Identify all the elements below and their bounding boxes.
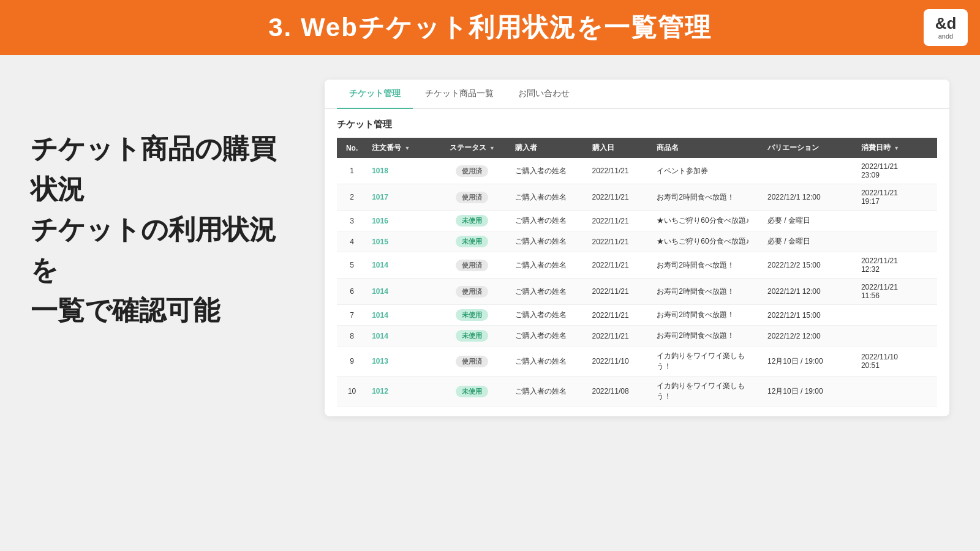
- cell-purchase-date: 2022/11/21: [587, 305, 652, 326]
- table-row: 8 1014 未使用 ご購入者の姓名 2022/11/21 お寿司2時間食べ放題…: [337, 326, 937, 347]
- logo-text: &d: [935, 15, 957, 31]
- cell-order[interactable]: 1018: [367, 158, 434, 184]
- cell-status: 未使用: [434, 305, 510, 326]
- cell-variation: 2022/12/1 12:00: [763, 279, 856, 305]
- cell-consumed: 2022/11/21 12:32: [856, 252, 937, 279]
- cell-status: 未使用: [434, 326, 510, 347]
- col-header-product: 商品名: [652, 138, 763, 158]
- cell-no: 7: [337, 305, 367, 326]
- cell-buyer: ご購入者の姓名: [510, 231, 587, 252]
- cell-order[interactable]: 1012: [367, 377, 434, 407]
- cell-product: お寿司2時間食べ放題！: [652, 184, 763, 211]
- cell-buyer: ご購入者の姓名: [510, 305, 587, 326]
- desc-line1: チケット商品の購買状況: [31, 133, 276, 204]
- status-badge: 未使用: [456, 386, 488, 397]
- table-row: 3 1016 未使用 ご購入者の姓名 2022/11/21 ★いちご狩り60分食…: [337, 211, 937, 231]
- cell-variation: 2022/12/1 15:00: [763, 305, 856, 326]
- cell-consumed: [856, 305, 937, 326]
- table-row: 5 1014 使用済 ご購入者の姓名 2022/11/21 お寿司2時間食べ放題…: [337, 252, 937, 279]
- cell-status: 未使用: [434, 231, 510, 252]
- cell-product: ★いちご狩り60分食べ放題♪: [652, 231, 763, 252]
- col-header-consumed[interactable]: 消費日時 ▼: [856, 138, 937, 158]
- table-row: 1 1018 使用済 ご購入者の姓名 2022/11/21 イベント参加券 20…: [337, 158, 937, 184]
- cell-order[interactable]: 1015: [367, 231, 434, 252]
- order-link[interactable]: 1017: [372, 193, 388, 201]
- status-badge: 未使用: [456, 236, 488, 247]
- cell-purchase-date: 2022/11/21: [587, 184, 652, 211]
- brand-logo: &d andd: [924, 9, 968, 46]
- order-link[interactable]: 1014: [372, 287, 388, 296]
- status-badge: 未使用: [456, 215, 488, 227]
- cell-buyer: ご購入者の姓名: [510, 252, 587, 279]
- cell-no: 10: [337, 377, 367, 407]
- cell-no: 1: [337, 158, 367, 184]
- cell-variation: 12月10日 / 19:00: [763, 377, 856, 407]
- cell-order[interactable]: 1014: [367, 305, 434, 326]
- cell-buyer: ご購入者の姓名: [510, 211, 587, 231]
- cell-purchase-date: 2022/11/21: [587, 252, 652, 279]
- cell-order[interactable]: 1016: [367, 211, 434, 231]
- order-link[interactable]: 1014: [372, 332, 388, 340]
- description-text: チケット商品の購買状況 チケットの利用状況を 一覧で確認可能: [31, 129, 288, 331]
- table-row: 10 1012 未使用 ご購入者の姓名 2022/11/08 イカ釣りをワイワイ…: [337, 377, 937, 407]
- table-header-row: No. 注文番号 ▼ ステータス ▼ 購入者 購入日 商品名 バリエーション 消…: [337, 138, 937, 158]
- cell-status: 使用済: [434, 252, 510, 279]
- status-badge: 未使用: [456, 330, 488, 342]
- tab-contact[interactable]: お問い合わせ: [506, 80, 582, 109]
- order-link[interactable]: 1013: [372, 357, 388, 365]
- cell-no: 6: [337, 279, 367, 305]
- cell-product: ★いちご狩り60分食べ放題♪: [652, 211, 763, 231]
- cell-status: 使用済: [434, 158, 510, 184]
- main-content: チケット商品の購買状況 チケットの利用状況を 一覧で確認可能 チケット管理 チケ…: [0, 55, 980, 551]
- cell-product: イカ釣りをワイワイ楽しもう！: [652, 377, 763, 407]
- left-description: チケット商品の購買状況 チケットの利用状況を 一覧で確認可能: [31, 80, 288, 331]
- order-link[interactable]: 1016: [372, 217, 388, 225]
- cell-order[interactable]: 1014: [367, 252, 434, 279]
- cell-product: イカ釣りをワイワイ楽しもう！: [652, 347, 763, 377]
- table-section: チケット管理 No. 注文番号 ▼ ステータス ▼ 購入者 購入日 商品名 バリ…: [325, 109, 949, 416]
- cell-variation: 2022/12/1 12:00: [763, 184, 856, 211]
- order-link[interactable]: 1015: [372, 238, 388, 246]
- col-header-order[interactable]: 注文番号 ▼: [367, 138, 434, 158]
- tab-ticket-management[interactable]: チケット管理: [337, 80, 413, 109]
- table-row: 7 1014 未使用 ご購入者の姓名 2022/11/21 お寿司2時間食べ放題…: [337, 305, 937, 326]
- cell-variation: 12月10日 / 19:00: [763, 347, 856, 377]
- cell-order[interactable]: 1014: [367, 279, 434, 305]
- order-link[interactable]: 1018: [372, 167, 388, 175]
- logo-sub: andd: [938, 32, 953, 40]
- ticket-table: No. 注文番号 ▼ ステータス ▼ 購入者 購入日 商品名 バリエーション 消…: [337, 138, 937, 407]
- cell-consumed: 2022/11/21 23:09: [856, 158, 937, 184]
- cell-variation: 2022/12/2 12:00: [763, 326, 856, 347]
- cell-buyer: ご購入者の姓名: [510, 377, 587, 407]
- cell-purchase-date: 2022/11/21: [587, 279, 652, 305]
- cell-consumed: 2022/11/10 20:51: [856, 347, 937, 377]
- status-badge: 未使用: [456, 309, 488, 321]
- cell-product: お寿司2時間食べ放題！: [652, 279, 763, 305]
- table-row: 9 1013 使用済 ご購入者の姓名 2022/11/10 イカ釣りをワイワイ楽…: [337, 347, 937, 377]
- cell-consumed: 2022/11/21 19:17: [856, 184, 937, 211]
- cell-product: イベント参加券: [652, 158, 763, 184]
- tab-bar: チケット管理 チケット商品一覧 お問い合わせ: [325, 80, 949, 109]
- cell-purchase-date: 2022/11/08: [587, 377, 652, 407]
- table-row: 6 1014 使用済 ご購入者の姓名 2022/11/21 お寿司2時間食べ放題…: [337, 279, 937, 305]
- cell-order[interactable]: 1014: [367, 326, 434, 347]
- col-header-status[interactable]: ステータス ▼: [434, 138, 510, 158]
- cell-no: 3: [337, 211, 367, 231]
- cell-order[interactable]: 1017: [367, 184, 434, 211]
- page-header: 3. Webチケット利用状況を一覧管理 &d andd: [0, 0, 980, 55]
- table-body: 1 1018 使用済 ご購入者の姓名 2022/11/21 イベント参加券 20…: [337, 158, 937, 407]
- cell-purchase-date: 2022/11/21: [587, 211, 652, 231]
- cell-order[interactable]: 1013: [367, 347, 434, 377]
- status-badge: 使用済: [456, 192, 488, 203]
- tab-ticket-products[interactable]: チケット商品一覧: [413, 80, 506, 109]
- order-link[interactable]: 1014: [372, 311, 388, 320]
- cell-consumed: [856, 211, 937, 231]
- cell-variation: [763, 158, 856, 184]
- cell-status: 未使用: [434, 377, 510, 407]
- cell-no: 2: [337, 184, 367, 211]
- order-link[interactable]: 1014: [372, 261, 388, 269]
- order-link[interactable]: 1012: [372, 387, 388, 395]
- cell-buyer: ご購入者の姓名: [510, 279, 587, 305]
- col-header-variation: バリエーション: [763, 138, 856, 158]
- cell-variation: 必要 / 金曜日: [763, 211, 856, 231]
